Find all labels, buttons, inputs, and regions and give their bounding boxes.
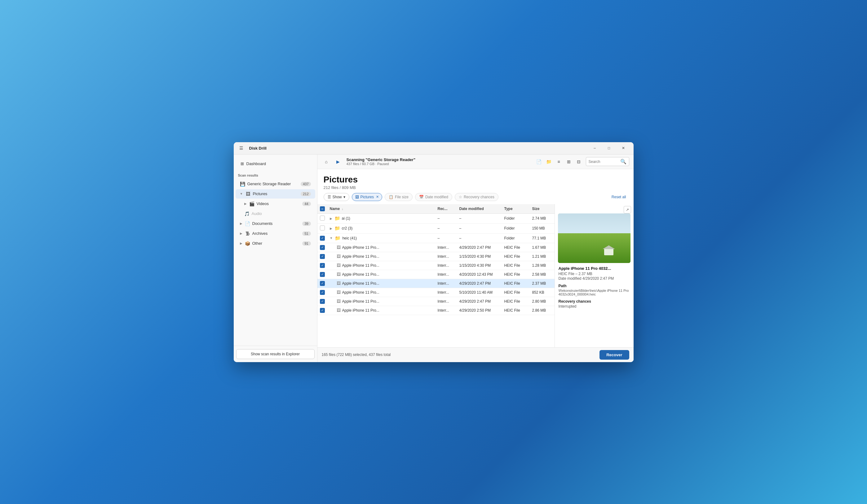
row-name-cell: 🖼 Apple iPhone 11 Pro... [327, 297, 435, 306]
maximize-button[interactable]: □ [602, 142, 616, 155]
sidebar-footer: Show scan results in Explorer [234, 346, 317, 362]
date-column-header[interactable]: Date modified [457, 204, 502, 214]
row-recovery-cell: Interr... [435, 261, 457, 270]
grid-view-button[interactable]: ⊞ [564, 157, 574, 166]
row-checkbox-h8[interactable]: ✓ [320, 308, 325, 313]
type-column-header[interactable]: Type [502, 204, 530, 214]
row-checkbox-cell[interactable] [318, 213, 327, 223]
recovery-chances-filter-button[interactable]: ☆ Recovery chances [455, 193, 499, 201]
sidebar-item-other[interactable]: ▶ 📦 Other 91 [236, 239, 315, 248]
remove-pictures-filter-icon[interactable]: ✕ [376, 195, 379, 199]
table-row[interactable]: ✓ 🖼 Apple iPhone 11 Pro... Interr... 4/2… [318, 297, 555, 306]
titlebar: ☰ Disk Drill – □ ✕ [234, 142, 634, 155]
row-checkbox-h7[interactable]: ✓ [320, 299, 325, 304]
row-checkbox-h6[interactable]: ✓ [320, 290, 325, 295]
close-button[interactable]: ✕ [616, 142, 631, 155]
star-icon: ☆ [459, 195, 462, 199]
table-row[interactable]: ✓ 🖼 Apple iPhone 11 Pro... Interr... 1/1… [318, 261, 555, 270]
row-type-cell: HEIC File [502, 243, 530, 252]
search-input[interactable] [589, 160, 619, 164]
collapse-icon[interactable]: ▼ [330, 236, 333, 240]
recovery-column-header[interactable]: Rec... [435, 204, 457, 214]
minimize-button[interactable]: – [588, 142, 602, 155]
row-checkbox-cell[interactable]: ✓ [318, 243, 327, 252]
row-name-cell: 🖼 Apple iPhone 11 Pro... [327, 306, 435, 315]
reset-all-button[interactable]: Reset all [610, 193, 628, 201]
table-row[interactable]: ▶ 📁 cr2 (3) – – Folder 150 MB [318, 223, 555, 233]
expand-icon[interactable]: ▶ [330, 217, 332, 220]
table-row[interactable]: ✓ 🖼 Apple iPhone 11 Pro... Interr... 4/2… [318, 279, 555, 288]
row-checkbox-cr2[interactable] [320, 226, 325, 230]
table-row[interactable]: ✓ 🖼 Apple iPhone 11 Pro... Interr... 1/1… [318, 252, 555, 261]
row-checkbox-heic[interactable]: ✓ [320, 236, 325, 241]
row-checkbox-cell[interactable] [318, 223, 327, 233]
sidebar-item-label-videos: Videos [257, 201, 300, 206]
row-checkbox-cell[interactable]: ✓ [318, 270, 327, 279]
new-file-button[interactable]: 📄 [534, 157, 544, 166]
external-link-button[interactable]: ↗ [624, 206, 631, 213]
play-button[interactable]: ▶ [333, 157, 343, 166]
app-title: Disk Drill [249, 146, 267, 151]
row-checkbox-h1[interactable]: ✓ [320, 245, 325, 250]
row-name: Apple iPhone 11 Pro... [342, 299, 379, 304]
show-scan-results-button[interactable]: Show scan results in Explorer [236, 349, 314, 359]
home-button[interactable]: ⌂ [322, 157, 331, 166]
table-row[interactable]: ✓ 🖼 Apple iPhone 11 Pro... Interr... 5/1… [318, 288, 555, 297]
sidebar-item-documents[interactable]: ▶ 📄 Documents 39 [236, 219, 315, 228]
row-name: ai (1) [342, 216, 350, 221]
row-checkbox-cell[interactable]: ✓ [318, 233, 327, 243]
new-file-icon: 📄 [536, 159, 542, 164]
status-bar: 165 files (722 MB) selected, 437 files t… [318, 347, 634, 362]
hamburger-button[interactable]: ☰ [237, 143, 246, 153]
row-date-cell: 5/10/2020 11:40 AM [457, 288, 502, 297]
sidebar-item-videos[interactable]: ▶ 🎬 Videos 44 [236, 199, 315, 208]
row-checkbox-h2[interactable]: ✓ [320, 254, 325, 259]
recover-button[interactable]: Recover [599, 350, 629, 360]
row-checkbox-cell[interactable]: ✓ [318, 279, 327, 288]
audio-icon: 🎵 [244, 211, 250, 216]
pictures-filter-tag[interactable]: 🖼 Pictures ✕ [352, 193, 382, 201]
row-checkbox-cell[interactable]: ✓ [318, 252, 327, 261]
table-row[interactable]: ▶ 📁 ai (1) – – Folder 2.74 MB [318, 213, 555, 223]
table-row[interactable]: ✓ ▼ 📁 heic (41) – – [318, 233, 555, 243]
table-row[interactable]: ✓ 🖼 Apple iPhone 11 Pro... Interr... 4/2… [318, 270, 555, 279]
date-modified-filter-button[interactable]: 📅 Date modified [415, 193, 452, 201]
row-recovery-cell: Interr... [435, 297, 457, 306]
size-column-header[interactable]: Size [530, 204, 555, 214]
row-name-cell: 🖼 Apple iPhone 11 Pro... [327, 252, 435, 261]
row-checkbox-cell[interactable]: ✓ [318, 288, 327, 297]
row-size-cell: 2.37 MB [530, 279, 555, 288]
row-checkbox-cell[interactable]: ✓ [318, 306, 327, 315]
row-checkbox-ai[interactable] [320, 216, 325, 221]
sidebar-item-pictures[interactable]: ▼ 🖼 Pictures 212 [236, 189, 315, 199]
sidebar-item-label-documents: Documents [252, 221, 300, 226]
dashboard-button[interactable]: ⊞ Dashboard [238, 160, 313, 168]
select-all-checkbox[interactable]: – [320, 206, 325, 211]
search-box[interactable]: 🔍 [586, 157, 629, 166]
row-name: Apple iPhone 11 Pro... [342, 245, 379, 250]
expand-icon[interactable]: ▶ [330, 227, 332, 230]
row-checkbox-h4[interactable]: ✓ [320, 272, 325, 277]
panel-view-button[interactable]: ⊟ [574, 157, 584, 166]
row-checkbox-h3[interactable]: ✓ [320, 263, 325, 268]
table-row[interactable]: ✓ 🖼 Apple iPhone 11 Pro... Interr... 4/2… [318, 306, 555, 315]
chevron-down-icon: ▾ [343, 195, 345, 199]
list-view-button[interactable]: ≡ [554, 157, 564, 166]
select-all-header[interactable]: – [318, 204, 327, 214]
name-column-header[interactable]: Name ↓ [327, 204, 435, 214]
sidebar-item-generic-storage[interactable]: 💾 Generic Storage Reader 437 [236, 179, 315, 189]
row-date-cell: – [457, 233, 502, 243]
show-filter-button[interactable]: ☰ Show ▾ [324, 193, 349, 201]
open-folder-button[interactable]: 📁 [544, 157, 554, 166]
table-row[interactable]: ✓ 🖼 Apple iPhone 11 Pro... Interr... 4/2… [318, 243, 555, 252]
row-checkbox-cell[interactable]: ✓ [318, 297, 327, 306]
file-icon: 🖼 [336, 254, 341, 259]
file-table: – Name ↓ Rec... Date modif [318, 204, 555, 315]
documents-icon: 📄 [245, 221, 250, 226]
file-size-filter-button[interactable]: 📋 File size [385, 193, 413, 201]
scan-title: Scanning "Generic Storage Reader" [346, 157, 532, 162]
row-checkbox-h5[interactable]: ✓ [320, 281, 325, 286]
row-checkbox-cell[interactable]: ✓ [318, 261, 327, 270]
sidebar-item-archives[interactable]: ▶ 🗜 Archives 51 [236, 229, 315, 238]
file-icon: 🖼 [336, 281, 341, 286]
